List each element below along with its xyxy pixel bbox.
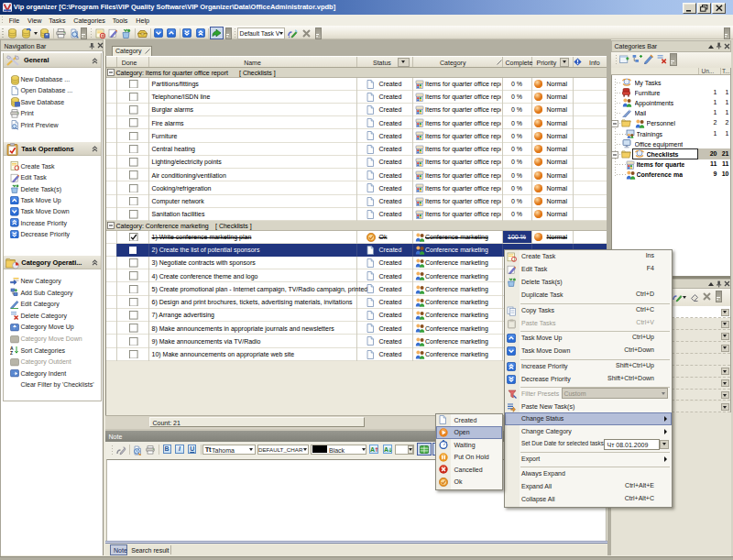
- svg-text:A: A: [370, 446, 375, 453]
- svg-text:Z: Z: [10, 350, 13, 356]
- svg-text:A: A: [384, 446, 388, 453]
